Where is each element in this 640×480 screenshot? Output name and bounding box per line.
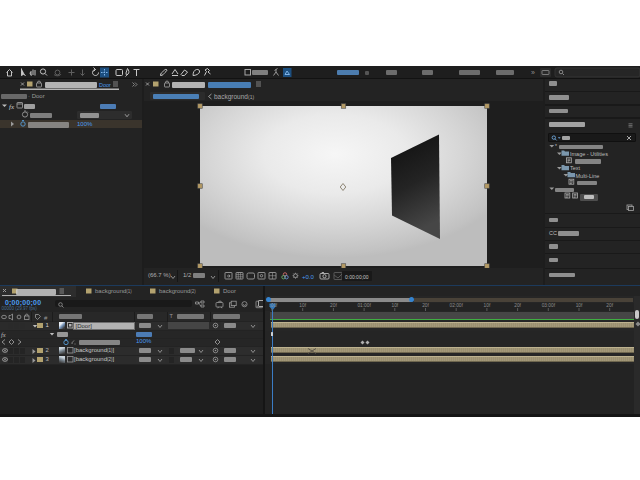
svg-text:fx: fx xyxy=(9,103,15,111)
svg-text:+0.0: +0.0 xyxy=(302,274,315,280)
svg-text:#: # xyxy=(44,314,48,320)
svg-text:»: » xyxy=(531,69,535,76)
